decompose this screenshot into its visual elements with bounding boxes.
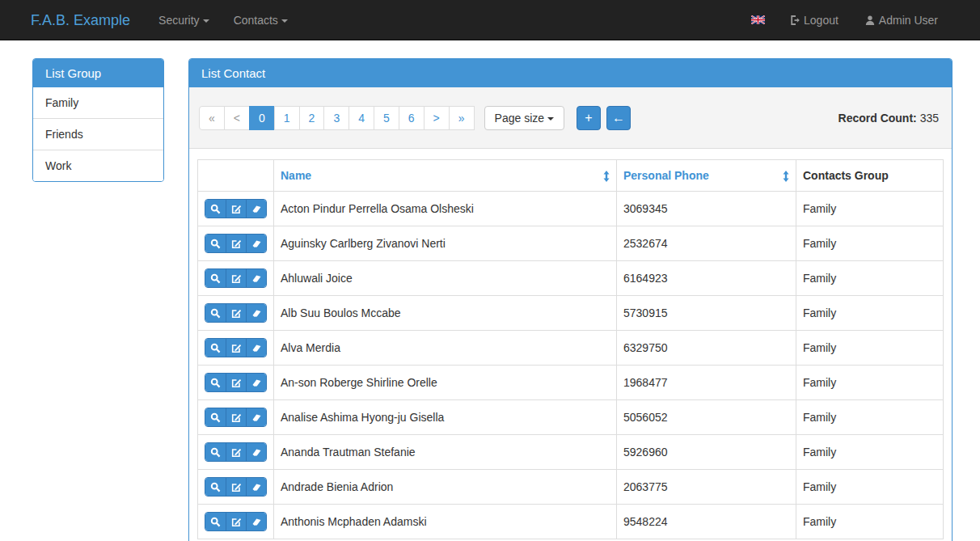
contact-name-cell: Ahluwali Joice [274, 261, 617, 296]
pagination-link[interactable]: 2 [299, 106, 325, 130]
add-record-button[interactable]: + [577, 106, 601, 130]
show-record-button[interactable] [205, 374, 226, 391]
sidebar-group-item[interactable]: Family [33, 87, 163, 118]
show-record-button[interactable] [205, 408, 226, 426]
contact-group-cell: Family [796, 470, 944, 505]
pagination-link[interactable]: > [424, 106, 450, 130]
pagination: « < 0 1 2 3 4 5 6 > [199, 106, 475, 130]
pagination-link[interactable]: 1 [274, 106, 300, 130]
delete-record-button[interactable] [246, 478, 266, 496]
uk-flag-icon [751, 15, 765, 24]
edit-icon [231, 482, 242, 492]
contact-group-cell: Family [796, 505, 944, 539]
delete-record-button[interactable] [246, 269, 266, 287]
search-icon [210, 517, 221, 527]
sidebar-group-item[interactable]: Friends [33, 118, 163, 150]
back-button[interactable]: ← [606, 106, 631, 130]
search-icon [210, 412, 221, 423]
record-count-value: 335 [920, 112, 939, 125]
delete-record-button[interactable] [246, 408, 266, 426]
pagination-item: > [425, 106, 450, 130]
delete-record-button[interactable] [246, 200, 266, 218]
contacts-table-body: Acton Pindur Perrella Osama Olsheski 306… [198, 192, 944, 539]
eraser-icon [251, 239, 262, 249]
contact-name-cell: Acton Pindur Perrella Osama Olsheski [274, 192, 617, 226]
contact-phone-cell: 5056052 [617, 400, 796, 435]
table-row: Alb Suu Boulos Mccabe 5730915 Family [198, 296, 944, 331]
edit-record-button[interactable] [226, 374, 246, 391]
pagination-link[interactable]: 5 [374, 106, 399, 130]
table-row: Ahluwali Joice 6164923 Family [198, 261, 944, 296]
pagination-link[interactable]: 0 [249, 106, 275, 130]
edit-record-button[interactable] [226, 513, 246, 530]
pagination-link[interactable]: 4 [348, 106, 374, 130]
group-list-panel: List Group Family Friends Work [32, 58, 164, 182]
edit-record-button[interactable] [226, 304, 246, 322]
edit-icon [231, 239, 242, 249]
app-brand[interactable]: F.A.B. Example [31, 0, 130, 40]
delete-record-button[interactable] [246, 513, 266, 530]
menu-security[interactable]: Security [146, 0, 222, 40]
edit-record-button[interactable] [226, 443, 246, 461]
sort-arrows-icon [603, 171, 610, 182]
logout-button[interactable]: Logout [779, 0, 848, 40]
show-record-button[interactable] [205, 269, 226, 287]
contact-group-cell: Family [796, 226, 944, 261]
pagination-link[interactable]: < [224, 106, 250, 130]
eraser-icon [251, 517, 262, 527]
language-flag-button[interactable] [743, 15, 773, 24]
show-record-button[interactable] [205, 304, 226, 322]
edit-record-button[interactable] [226, 339, 246, 357]
edit-icon [231, 204, 242, 214]
contact-group-cell: Family [796, 400, 944, 435]
contact-group-cell: Family [796, 331, 944, 366]
show-record-button[interactable] [205, 443, 226, 461]
show-record-button[interactable] [205, 478, 226, 496]
contact-phone-cell: 6329750 [617, 331, 796, 366]
edit-record-button[interactable] [226, 478, 246, 496]
contacts-table-wrap: Name Personal Phone Contacts Group [189, 149, 952, 541]
sidebar-group-item[interactable]: Work [33, 150, 163, 181]
show-record-button[interactable] [205, 200, 226, 218]
sidebar-panel-title: List Group [33, 59, 163, 87]
row-actions-cell [198, 261, 274, 296]
contact-name-cell: Ananda Trautman Stefanie [274, 435, 617, 470]
show-record-button[interactable] [205, 339, 226, 357]
edit-record-button[interactable] [226, 408, 246, 426]
pagination-link[interactable]: « [199, 106, 225, 130]
contact-phone-cell: 1968477 [617, 366, 796, 400]
pagination-link[interactable]: 3 [323, 106, 349, 130]
row-actions-cell [198, 366, 274, 400]
delete-record-button[interactable] [246, 443, 266, 461]
contact-group-cell: Family [796, 435, 944, 470]
edit-record-button[interactable] [226, 235, 246, 252]
edit-record-button[interactable] [226, 269, 246, 287]
table-row: Alva Merdia 6329750 Family [198, 331, 944, 366]
user-menu[interactable]: Admin User [855, 0, 948, 40]
pagination-link[interactable]: 6 [399, 106, 425, 130]
search-icon [210, 343, 221, 353]
pagination-item: 6 [399, 106, 425, 130]
contact-phone-cell: 2532674 [617, 226, 796, 261]
phone-column-header[interactable]: Personal Phone [617, 160, 796, 192]
show-record-button[interactable] [205, 235, 226, 252]
chevron-down-icon [203, 19, 209, 23]
row-actions-cell [198, 296, 274, 331]
search-icon [210, 273, 221, 284]
show-record-button[interactable] [205, 513, 226, 530]
name-column-header[interactable]: Name [274, 160, 617, 192]
delete-record-button[interactable] [246, 235, 266, 252]
pagination-item: 3 [324, 106, 349, 130]
delete-record-button[interactable] [246, 374, 266, 391]
menu-contacts[interactable]: Contacts [222, 0, 300, 40]
pagination-link[interactable]: » [449, 106, 475, 130]
list-toolbar: « < 0 1 2 3 4 5 6 > [189, 87, 952, 149]
page-size-dropdown[interactable]: Page size [484, 106, 564, 130]
search-icon [210, 378, 221, 388]
row-actions-cell [198, 470, 274, 505]
delete-record-button[interactable] [246, 339, 266, 357]
delete-record-button[interactable] [246, 304, 266, 322]
edit-record-button[interactable] [226, 200, 246, 218]
search-icon [210, 447, 221, 458]
edit-icon [231, 412, 242, 423]
